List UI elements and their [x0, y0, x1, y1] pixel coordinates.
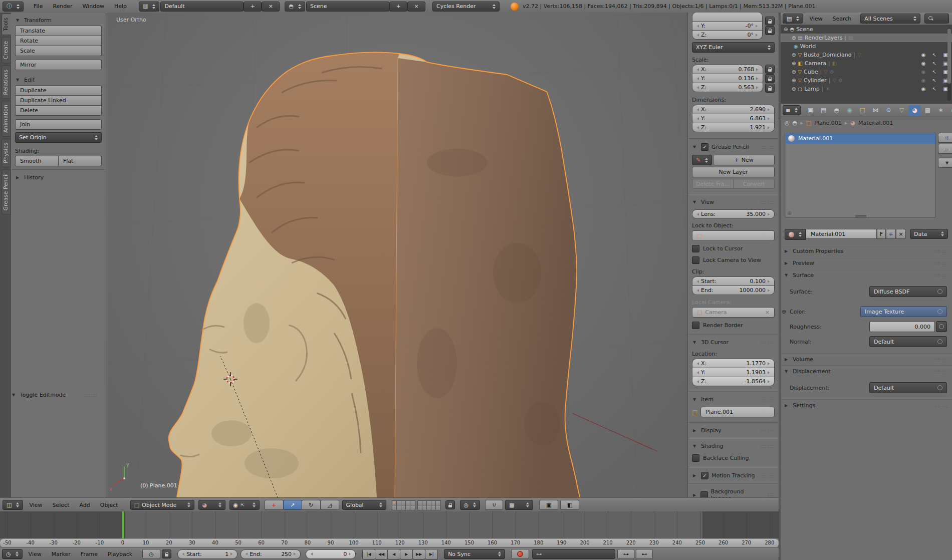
add-layout-button[interactable]: +	[244, 2, 262, 12]
tool-tab-create[interactable]: Create	[2, 37, 11, 64]
panel-grip[interactable]: :::: ::::	[84, 394, 97, 396]
properties-tab-renderlayers[interactable]: ▤	[817, 105, 830, 116]
settings-panel-header[interactable]: ▶Settings:::: ::::	[781, 399, 952, 411]
delete-button[interactable]: Delete	[15, 106, 102, 116]
tool-tab-animation[interactable]: Animation	[2, 101, 11, 137]
delete-keyframe-button[interactable]: ⊷	[636, 549, 653, 559]
lens-field[interactable]: Lens:35.000	[692, 209, 775, 219]
visibility-toggle-off[interactable]: ◉	[919, 69, 928, 75]
dimension-z-field[interactable]: Z:1.921	[692, 123, 775, 132]
translate-button[interactable]: Translate	[15, 26, 102, 36]
scene-selector[interactable]: Scene	[306, 2, 389, 12]
manipulator-translate-button[interactable]: ↗	[283, 500, 302, 510]
lock-scene-lock-icon[interactable]	[445, 500, 455, 509]
lock-to-cursor-checkbox[interactable]	[692, 245, 699, 252]
jump-to-end-button[interactable]: ▶|	[425, 549, 438, 559]
current-frame-field[interactable]: 0	[306, 549, 356, 559]
local-camera-field[interactable]: □Camera×	[692, 307, 775, 318]
scale-x-field[interactable]: X:0.768	[692, 65, 763, 74]
outliner-item-label[interactable]: Camera	[805, 60, 826, 67]
outliner-row-camera[interactable]: ⊕◧Camera|◧◉↖▣	[781, 59, 952, 68]
rotation-y-field[interactable]: Y:-0°	[692, 22, 763, 31]
timeline-playhead[interactable]	[122, 511, 124, 538]
transform-orientation-selector[interactable]: Global	[342, 500, 386, 510]
selectability-toggle[interactable]: ↖	[930, 78, 939, 83]
timeline-lock-icon[interactable]	[162, 549, 171, 558]
panel-grip[interactable]: :::: ::::	[760, 445, 774, 447]
timeline-editor-type-button[interactable]: ◷	[2, 549, 23, 559]
outliner-search-field[interactable]	[924, 14, 949, 24]
main-menu-render[interactable]: Render	[48, 3, 77, 10]
properties-tab-render[interactable]: ▣	[804, 105, 817, 116]
material-slot-item[interactable]: Material.001	[785, 133, 935, 144]
outliner-item-label[interactable]: Scene	[796, 26, 813, 33]
breadcrumb-material[interactable]: Material.001	[858, 120, 893, 126]
visibility-toggle[interactable]: ◉	[919, 52, 928, 58]
info-editor-type-button[interactable]: ⓘ	[3, 2, 24, 12]
expand-icon[interactable]: ⊕	[792, 69, 796, 75]
grease-pencil-checkbox[interactable]: ✓	[701, 143, 708, 151]
properties-tab-material[interactable]: ◕	[908, 105, 921, 116]
main-menu-help[interactable]: Help	[109, 3, 132, 10]
viewport-menu-object[interactable]: Object	[95, 502, 123, 508]
tool-tab-tools[interactable]: Tools	[2, 14, 11, 35]
viewport-menu-add[interactable]: Add	[74, 502, 95, 508]
selectability-toggle[interactable]: ↖	[930, 52, 939, 58]
viewport-menu-view[interactable]: View	[24, 502, 47, 508]
outliner-menu-view[interactable]: View	[804, 16, 827, 22]
remove-slot-button[interactable]: −	[938, 144, 952, 154]
lock-camera-checkbox[interactable]	[692, 256, 699, 264]
background-images-checkbox[interactable]	[700, 491, 708, 498]
motion-tracking-panel-header[interactable]: ▶✓Motion Tracking:::: ::::	[692, 469, 775, 481]
expand-icon[interactable]: ⊕	[792, 52, 796, 58]
outliner-filter-selector[interactable]: All Scenes	[860, 14, 920, 24]
background-images-panel-header[interactable]: ▶Background Images:::: ::::	[692, 486, 775, 497]
normal-input-selector[interactable]: Default	[869, 336, 947, 347]
outliner-row-busto_domiciano[interactable]: ⊕▽Busto_Domiciano|▽◉↖▣	[781, 51, 952, 59]
displacement-input-selector[interactable]: Default	[869, 382, 947, 393]
outliner-item-label[interactable]: Lamp	[804, 86, 820, 92]
main-menu-window[interactable]: Window	[78, 3, 109, 10]
lock-to-object-field[interactable]: □	[692, 230, 775, 241]
panel-grip[interactable]: :::: ::::	[760, 201, 774, 203]
item-panel-header[interactable]: ▼Item:::: ::::	[692, 394, 775, 405]
manipulator-axis-icon[interactable]: +	[265, 500, 284, 510]
pivot-point-selector[interactable]: ◉⇱	[229, 500, 260, 510]
timeline-menu-playback[interactable]: Playback	[103, 551, 137, 557]
layer-toggle[interactable]	[435, 505, 441, 510]
rotation-z-field[interactable]: Z:0°	[692, 31, 763, 40]
next-keyframe-button[interactable]: ▶▶	[412, 549, 425, 559]
lock-icon[interactable]	[765, 65, 775, 74]
panel-grip[interactable]: :::: ::::	[760, 475, 774, 477]
panel-grip[interactable]: :::: ::::	[760, 399, 774, 401]
playback-range-clock-toggle[interactable]: ◷	[142, 549, 160, 559]
close-icon[interactable]: ×	[765, 309, 770, 316]
auto-keyframe-button[interactable]	[511, 549, 529, 559]
slot-specials-button[interactable]: ▼	[938, 158, 952, 168]
outliner-row-cube[interactable]: ⊕▽Cube|▽⚙◉↖▣	[781, 68, 952, 76]
surface-panel-header[interactable]: ▼Surface:::: ::::	[781, 269, 952, 281]
shading-panel-header[interactable]: ▼Shading:::: ::::	[692, 440, 775, 451]
panel-grip[interactable]: :::: ::::	[934, 262, 948, 264]
panel-grip[interactable]: :::: ::::	[760, 342, 774, 344]
rotate-button[interactable]: Rotate	[15, 36, 102, 46]
insert-keyframe-button[interactable]: ⊶	[617, 549, 634, 559]
properties-tab-texture[interactable]: ▩	[921, 105, 934, 116]
rotation-mode-selector[interactable]: XYZ Euler	[692, 42, 775, 53]
selectability-toggle[interactable]: ↖	[930, 86, 939, 92]
snap-toggle-button[interactable]: ∩	[485, 500, 503, 510]
close-layout-button[interactable]: ×	[262, 2, 280, 12]
history-panel-header[interactable]: ▶History	[15, 172, 102, 183]
unlink-material-button[interactable]: ×	[896, 229, 906, 239]
clip-start-field[interactable]: Start:0.100	[692, 276, 775, 286]
material-name-field[interactable]: Material.001	[806, 229, 877, 239]
outliner-scrollbar-thumb[interactable]	[947, 29, 951, 84]
add-slot-button[interactable]: +	[938, 133, 952, 143]
outliner-row-world[interactable]: ◉World	[781, 42, 952, 51]
collapse-icon[interactable]: ⊖	[784, 27, 788, 32]
cursor-z-field[interactable]: Z:-1.8564	[692, 377, 775, 386]
expand-icon[interactable]: ⊕	[782, 309, 790, 315]
cursor-x-field[interactable]: X:1.1770	[692, 359, 775, 368]
set-origin-menu[interactable]: Set Origin	[15, 132, 102, 143]
material-link-selector[interactable]: Data	[910, 229, 948, 239]
